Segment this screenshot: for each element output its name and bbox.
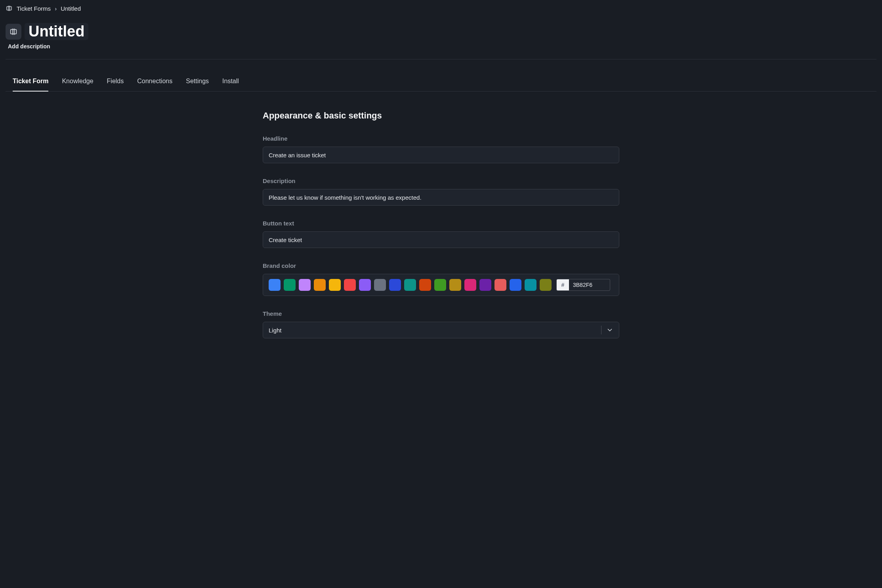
content: Appearance & basic settings Headline Des… — [263, 92, 619, 338]
description-label: Description — [263, 178, 619, 184]
section-title: Appearance & basic settings — [263, 111, 619, 121]
color-swatch[interactable] — [374, 279, 386, 291]
svg-rect-0 — [7, 7, 11, 10]
color-swatch[interactable] — [284, 279, 296, 291]
color-swatch[interactable] — [464, 279, 476, 291]
tab-settings[interactable]: Settings — [186, 72, 209, 91]
color-swatch[interactable] — [479, 279, 491, 291]
hash-symbol: # — [556, 279, 569, 291]
theme-select[interactable]: Light — [263, 322, 619, 338]
svg-rect-1 — [11, 29, 17, 34]
color-swatch[interactable] — [269, 279, 281, 291]
headline-input[interactable] — [263, 147, 619, 163]
color-swatch[interactable] — [329, 279, 341, 291]
tab-ticket-form[interactable]: Ticket Form — [13, 72, 48, 91]
breadcrumb-root[interactable]: Ticket Forms — [17, 5, 51, 12]
tab-connections[interactable]: Connections — [137, 72, 172, 91]
theme-label: Theme — [263, 310, 619, 317]
hex-group: # — [556, 279, 610, 291]
color-swatch[interactable] — [389, 279, 401, 291]
select-separator — [601, 326, 601, 334]
brand-color-panel: # — [263, 274, 619, 296]
tab-fields[interactable]: Fields — [107, 72, 124, 91]
color-swatch[interactable] — [540, 279, 552, 291]
brand-color-hex-input[interactable] — [569, 279, 610, 291]
field-headline: Headline — [263, 135, 619, 163]
color-swatch[interactable] — [449, 279, 461, 291]
title-row: Untitled — [6, 23, 876, 40]
tab-knowledge[interactable]: Knowledge — [62, 72, 93, 91]
field-theme: Theme Light — [263, 310, 619, 338]
field-description: Description — [263, 178, 619, 206]
color-swatch[interactable] — [344, 279, 356, 291]
color-swatch[interactable] — [419, 279, 431, 291]
color-swatch[interactable] — [299, 279, 311, 291]
breadcrumb-current: Untitled — [61, 5, 81, 12]
divider — [6, 59, 876, 59]
form-icon — [6, 24, 21, 40]
chevron-right-icon: › — [55, 5, 57, 12]
color-swatch[interactable] — [314, 279, 326, 291]
theme-value: Light — [269, 327, 282, 334]
field-button-text: Button text — [263, 220, 619, 248]
form-icon — [6, 5, 13, 12]
description-input[interactable] — [263, 189, 619, 206]
color-swatch[interactable] — [404, 279, 416, 291]
color-swatch[interactable] — [494, 279, 506, 291]
page-title[interactable]: Untitled — [25, 22, 88, 40]
button-text-label: Button text — [263, 220, 619, 227]
color-swatch[interactable] — [510, 279, 521, 291]
tabs: Ticket FormKnowledgeFieldsConnectionsSet… — [6, 72, 876, 92]
breadcrumb: Ticket Forms › Untitled — [6, 5, 876, 12]
color-swatch[interactable] — [359, 279, 371, 291]
add-description-button[interactable]: Add description — [8, 43, 876, 50]
field-brand-color: Brand color # — [263, 262, 619, 296]
color-swatch[interactable] — [525, 279, 536, 291]
brand-color-label: Brand color — [263, 262, 619, 269]
color-swatch[interactable] — [434, 279, 446, 291]
chevron-down-icon — [606, 326, 613, 334]
tab-install[interactable]: Install — [222, 72, 239, 91]
headline-label: Headline — [263, 135, 619, 142]
button-text-input[interactable] — [263, 231, 619, 248]
